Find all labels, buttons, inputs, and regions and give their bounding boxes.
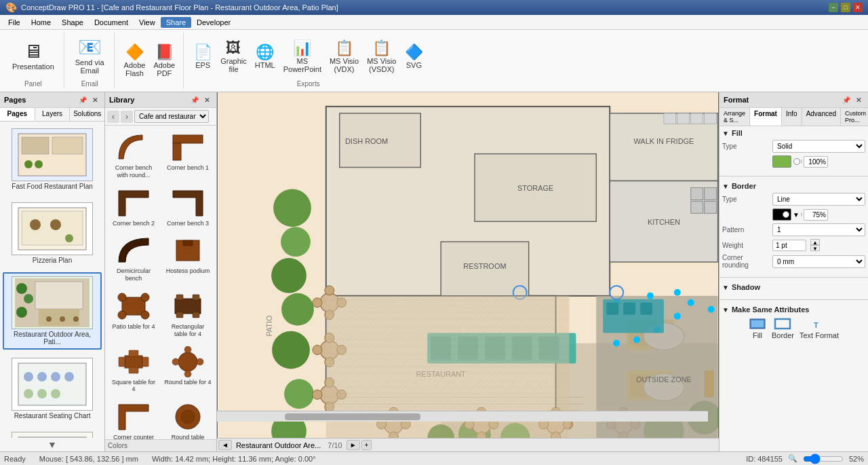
make-same-section-header[interactable]: ▼ Make Same Attributes: [722, 305, 865, 314]
tab-format[interactable]: Format: [750, 108, 782, 126]
make-same-border-btn[interactable]: Border: [772, 316, 794, 339]
ribbon-btn-adobe-flash[interactable]: 🔶 AdobeFlash: [121, 42, 149, 79]
lib-item-hostess-podium[interactable]: Hostess podium: [162, 231, 214, 284]
lib-item-round-table[interactable]: Round table: [162, 398, 214, 439]
make-same-fill-btn[interactable]: Fill: [749, 316, 766, 339]
border-color-dropdown-icon[interactable]: ▼: [793, 211, 800, 219]
page-thumb-pizzeria[interactable]: Pizzeria Plan: [3, 198, 102, 268]
svg-rect-48: [119, 357, 125, 367]
menu-share[interactable]: Share: [161, 17, 191, 28]
page-thumb-bar[interactable]: The Full-Service Bar: [3, 428, 102, 438]
ribbon-btn-svg[interactable]: 🔷 SVG: [401, 42, 426, 71]
pages-panel-close[interactable]: ✕: [90, 94, 100, 105]
ribbon-btn-eps[interactable]: 📄 EPS: [191, 42, 215, 71]
maximize-button[interactable]: □: [841, 3, 850, 12]
svg-rect-11: [35, 282, 83, 309]
minimize-button[interactable]: −: [829, 3, 838, 12]
border-weight-down[interactable]: ▼: [810, 245, 820, 251]
border-opacity-input[interactable]: [804, 209, 828, 221]
menu-home[interactable]: Home: [26, 17, 56, 28]
menu-file[interactable]: File: [3, 17, 26, 28]
zoom-slider[interactable]: [803, 453, 844, 464]
lib-item-corner-bench-1[interactable]: Corner bench 1: [162, 128, 214, 181]
page-thumb-seating[interactable]: Restaurant Seating Chart: [3, 354, 102, 424]
lib-item-rect-table[interactable]: Rectangular table for 4: [162, 287, 214, 340]
scrollbar-horizontal[interactable]: [217, 411, 708, 422]
pages-panel: Pages 📌 ✕ Pages Layers Solutions: [0, 92, 105, 451]
svg-point-94: [313, 297, 322, 307]
border-weight-input[interactable]: [772, 240, 806, 251]
lib-item-corner-bench-round[interactable]: Corner bench with round...: [108, 128, 159, 181]
border-weight-up[interactable]: ▲: [810, 239, 820, 245]
canvas[interactable]: DISH ROOM STORAGE WALK IN FRIDGE KITCHEN…: [217, 92, 719, 438]
menu-developer[interactable]: Developer: [191, 17, 236, 28]
ribbon-btn-adobe-pdf[interactable]: 📕 AdobePDF: [151, 42, 178, 79]
tab-info[interactable]: Info: [782, 108, 802, 126]
ribbon-group-panel-items: 🖥 Presentation: [8, 34, 58, 79]
library-panel-close[interactable]: ✕: [201, 94, 212, 105]
make-same-text-btn[interactable]: T Text Format: [800, 316, 839, 339]
tab-custom[interactable]: Custom Pro...: [841, 108, 868, 126]
lib-item-square-table-4-img: [113, 345, 154, 379]
border-color-row: ▼: [722, 208, 865, 221]
library-next-btn[interactable]: ›: [121, 111, 133, 123]
border-pattern-label: Pattern: [722, 226, 770, 234]
page-thumb-outdoor[interactable]: Restaurant Outdoor Area, Pati...: [3, 272, 102, 350]
fill-type-select[interactable]: Solid Gradient None: [772, 140, 865, 153]
presentation-label: Presentation: [12, 62, 54, 71]
scrollbar-horizontal-thumb[interactable]: [285, 413, 420, 420]
canvas-tab-label: Restaurant Outdoor Are...: [233, 441, 323, 449]
ribbon-btn-html[interactable]: 🌐 HTML: [252, 42, 278, 71]
tab-arrange[interactable]: Arrange & S...: [719, 108, 750, 126]
svg-point-12: [16, 283, 27, 294]
menu-shape[interactable]: Shape: [56, 17, 89, 28]
shadow-section-header[interactable]: ▼ Shadow: [722, 283, 865, 291]
fill-color-swatch[interactable]: [772, 155, 791, 168]
powerpoint-icon: 📊: [293, 39, 311, 57]
lib-item-patio-table[interactable]: Patio table for 4: [108, 287, 159, 340]
format-panel-pin[interactable]: 📌: [841, 94, 852, 105]
tab-advanced[interactable]: Advanced: [802, 108, 841, 126]
canvas-add-btn[interactable]: +: [361, 440, 372, 450]
lib-item-round-table-4[interactable]: Round table for 4: [162, 343, 214, 396]
border-pattern-select[interactable]: 1 2 3: [772, 223, 865, 236]
fill-opacity-input[interactable]: [804, 156, 828, 168]
lib-item-demicircular-bench[interactable]: Demicircular bench: [108, 231, 159, 284]
pages-scroll-down[interactable]: ▼: [0, 438, 104, 451]
format-panel-close[interactable]: ✕: [853, 94, 864, 105]
tab-layers[interactable]: Layers: [35, 108, 71, 121]
ribbon-btn-visio-vsdx[interactable]: 📋 MS Visio(VSDX): [364, 38, 399, 75]
pages-panel-pin[interactable]: 📌: [77, 94, 88, 105]
canvas-next-btn[interactable]: ►: [347, 440, 360, 450]
ribbon-btn-graphic[interactable]: 🖼 Graphicfile: [218, 38, 250, 75]
canvas-prev-btn[interactable]: ◄: [218, 440, 232, 450]
border-type-select[interactable]: Line None Dotted: [772, 193, 865, 206]
lib-item-hostess-podium-img: [167, 234, 208, 267]
send-email-label: Send viaEmail: [75, 58, 104, 75]
library-panel-pin[interactable]: 📌: [189, 94, 200, 105]
close-button[interactable]: ✕: [853, 3, 863, 12]
lib-item-corner-bench-3[interactable]: Corner bench 3: [162, 184, 214, 229]
page-thumb-outdoor-label: Restaurant Outdoor Area, Pati...: [7, 331, 98, 346]
ribbon-btn-presentation[interactable]: 🖥 Presentation: [8, 39, 58, 73]
svg-rect-1: [22, 137, 49, 154]
border-corner-select[interactable]: 0 mm 1 mm 2 mm: [772, 255, 865, 268]
lib-item-corner-counter[interactable]: Corner counter: [108, 398, 159, 439]
menu-document[interactable]: Document: [89, 17, 134, 28]
tab-solutions[interactable]: Solutions: [70, 108, 104, 121]
ribbon-btn-send-email[interactable]: 📧 Send viaEmail: [71, 35, 108, 77]
fill-section-header[interactable]: ▼ Fill: [722, 129, 865, 137]
lib-item-corner-bench-2[interactable]: Corner bench 2: [108, 184, 159, 229]
svg-point-53: [172, 358, 179, 365]
menu-view[interactable]: View: [134, 17, 161, 28]
page-thumb-fastfood[interactable]: Fast Food Restaurant Plan: [3, 124, 102, 194]
border-section-header[interactable]: ▼ Border: [722, 182, 865, 190]
ribbon-btn-powerpoint[interactable]: 📊 MSPowerPoint: [281, 38, 324, 75]
ribbon-btn-visio-vdx[interactable]: 📋 MS Visio(VDX): [327, 38, 361, 75]
graphic-icon: 🖼: [226, 39, 241, 57]
ribbon-group-email-items: 📧 Send viaEmail: [71, 34, 108, 79]
library-category-select[interactable]: Cafe and restaurant Office layout Home f…: [134, 110, 209, 123]
library-prev-btn[interactable]: ‹: [107, 111, 119, 123]
tab-pages[interactable]: Pages: [0, 108, 35, 121]
lib-item-square-table-4[interactable]: Square table for 4: [108, 343, 159, 396]
